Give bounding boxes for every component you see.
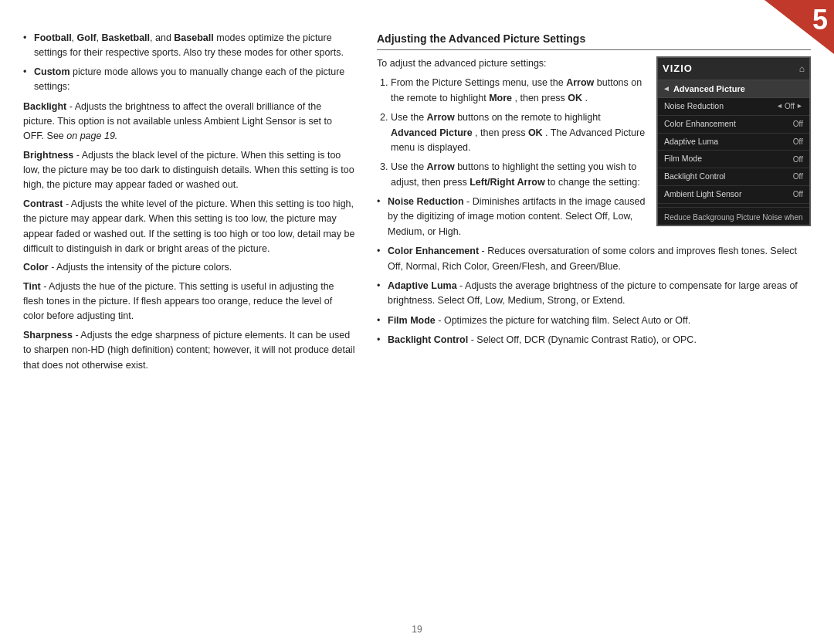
color-enhancement-label: Color Enhancement [388,246,479,256]
film-mode-bullet: Film Mode - Optimizes the picture for wa… [377,314,811,328]
sharpness-label: Sharpness [23,330,73,341]
contrast-text: - Adjusts the white level of the picture… [23,198,354,254]
step1-text4: . [585,93,588,103]
tv-color-enh-label: Color Enhancement [664,118,736,130]
step2-text3: , then press [475,127,528,138]
adaptive-luma-label: Adaptive Luma [388,280,457,291]
step3-leftright: Left/Right Arrow [470,177,544,188]
step3-text1: Use the [391,161,427,172]
tv-noise-value: ◄ Off ► [776,100,803,112]
adaptive-luma-bullet: Adaptive Luma - Adjusts the average brig… [377,279,811,309]
sharpness-para: Sharpness - Adjusts the edge sharpness o… [23,328,355,373]
custom-label: Custom [34,66,70,77]
tv-backlight-ctrl-value: Off [793,171,803,182]
tv-film-value: Off [793,154,803,165]
page-footer: 19 [0,624,834,635]
backlight-control-bullet: Backlight Control - Select Off, DCR (Dyn… [377,333,811,347]
tint-para: Tint - Adjusts the hue of the picture. T… [23,280,355,324]
tv-noise-label: Noise Reduction [664,100,724,113]
custom-mode-bullet: Custom picture mode allows you to manual… [23,65,355,95]
tv-color-enhancement: Color Enhancement Off [658,116,809,134]
noise-reduction-label: Noise Reduction [388,196,464,207]
golf-label: Golf [77,32,97,43]
home-icon: ⌂ [799,62,805,76]
tv-right-arrow-icon: ► [796,101,803,112]
noise-reduction-bullet: Noise Reduction - Diminishes artifacts i… [377,195,811,239]
top-bullets: Football, Golf, Basketball, and Baseball… [23,31,355,95]
step1-ok: OK [568,93,582,103]
film-mode-text: - Optimizes the picture for watching fil… [438,315,690,326]
tint-label: Tint [23,281,41,292]
tv-adaptive-luma: Adaptive Luma Off [658,134,809,151]
tv-film-label: Film Mode [664,153,702,165]
baseball-label: Baseball [174,32,213,43]
film-mode-label: Film Mode [388,315,436,326]
vizio-logo: VIZIO [663,61,693,76]
backlight-control-text: - Select Off, DCR (Dynamic Contrast Rati… [471,334,697,345]
step1-more: More [489,93,512,103]
custom-text: picture mode allows you to manually chan… [34,66,344,92]
step1-text3: , then press [515,93,568,103]
tv-noise-off: Off [785,100,795,112]
chapter-number: 5 [812,6,828,34]
step3-arrow: Arrow [427,161,455,172]
tv-subtitle-bar: ◄ Advanced Picture [658,80,809,99]
left-column: Football, Golf, Basketball, and Baseball… [23,31,355,621]
step1-arrow: Arrow [566,77,594,88]
setting-bullets: Noise Reduction - Diminishes artifacts i… [377,195,811,347]
tv-backlight-control: Backlight Control Off [658,168,809,186]
step1-text1: From the Picture Settings menu, use the [391,77,566,88]
backlight-label: Backlight [23,101,66,112]
tint-text: - Adjusts the hue of the picture. This s… [23,281,334,322]
step2-text2: buttons on the remote to highlight [457,112,601,123]
sports-modes-bullet: Football, Golf, Basketball, and Baseball… [23,31,355,61]
step2-ok: OK [528,127,543,138]
step3-text3: to change the setting: [548,177,640,188]
tv-left-arrow-icon: ◄ [776,101,783,112]
backlight-control-label: Backlight Control [388,334,468,345]
contrast-para: Contrast - Adjusts the white level of th… [23,197,355,257]
tv-header: VIZIO ⌂ [658,58,809,80]
sharpness-text: - Adjusts the edge sharpness of picture … [23,330,354,371]
right-column: Adjusting the Advanced Picture Settings … [377,31,811,621]
color-para: Color - Adjusts the intensity of the pic… [23,260,355,275]
step2-advanced: Advanced Picture [391,127,473,138]
brightness-label: Brightness [23,150,73,161]
backlight-ref: on page 19. [66,130,117,141]
tv-color-enh-value: Off [793,118,803,130]
football-label: Football [34,32,72,43]
color-label: Color [23,262,49,273]
tv-subtitle: Advanced Picture [673,83,745,96]
section-title: Adjusting the Advanced Picture Settings [377,31,811,50]
step2-arrow: Arrow [427,112,455,123]
tv-arrow-left-icon: ◄ [663,83,670,94]
tv-noise-reduction: Noise Reduction ◄ Off ► [658,98,809,116]
tv-adaptive-value: Off [793,136,803,147]
color-text: - Adjusts the intensity of the picture c… [51,262,232,273]
main-content: Football, Golf, Basketball, and Baseball… [23,31,811,621]
brightness-para: Brightness - Adjusts the black level of … [23,148,355,193]
brightness-text: - Adjusts the black level of the picture… [23,150,354,191]
basketball-label: Basketball [102,32,151,43]
tv-backlight-ctrl-label: Backlight Control [664,171,725,183]
tv-film-mode: Film Mode Off [658,151,809,168]
step2-text1: Use the [391,112,427,123]
tv-adaptive-label: Adaptive Luma [664,136,718,148]
contrast-label: Contrast [23,198,63,209]
color-enhancement-bullet: Color Enhancement - Reduces oversaturati… [377,244,811,274]
backlight-para: Backlight - Adjusts the brightness to af… [23,100,355,144]
